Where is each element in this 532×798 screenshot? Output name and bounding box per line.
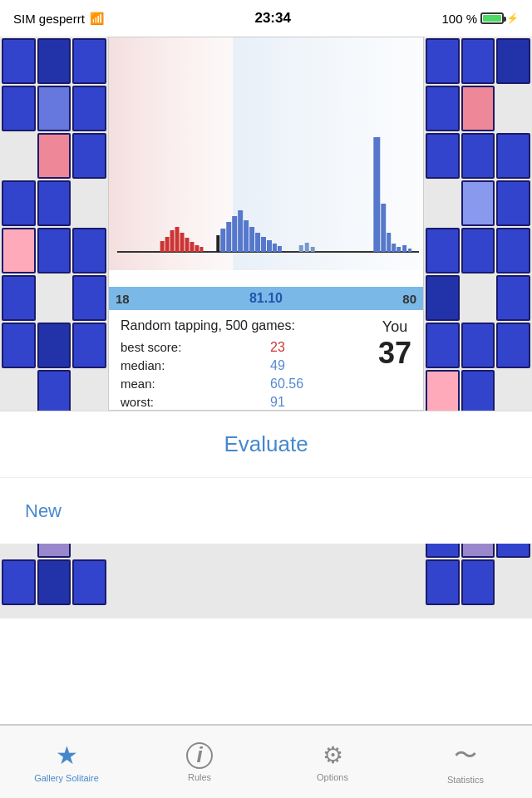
tile[interactable] (72, 38, 106, 84)
tab-gallery[interactable]: ★ Gallery Solitaire (0, 741, 133, 783)
tile[interactable] (37, 323, 71, 368)
charging-icon: ⚡ (506, 12, 519, 24)
tile[interactable] (72, 133, 106, 179)
tile[interactable] (496, 133, 530, 179)
svg-rect-5 (170, 230, 175, 252)
you-label: You (378, 318, 411, 336)
gear-icon: ⚙ (323, 741, 343, 769)
svg-rect-20 (261, 237, 266, 252)
svg-rect-4 (165, 237, 170, 252)
tile[interactable] (72, 180, 106, 226)
tile[interactable] (496, 323, 530, 368)
svg-rect-3 (160, 241, 165, 252)
evaluate-area: Evaluate (0, 411, 532, 477)
tile[interactable] (2, 275, 36, 321)
tab-options[interactable]: ⚙ Options (266, 741, 399, 782)
tile[interactable] (426, 38, 460, 84)
tile[interactable] (426, 228, 460, 273)
svg-rect-23 (278, 246, 282, 252)
stats-title: Random tapping, 500 games: (121, 318, 411, 333)
tile[interactable] (496, 180, 530, 226)
tile[interactable] (72, 228, 106, 273)
svg-rect-11 (200, 247, 203, 252)
tile[interactable] (461, 275, 495, 321)
you-score: 37 (378, 336, 411, 371)
tile[interactable] (426, 180, 460, 226)
tile[interactable] (37, 559, 71, 605)
tile[interactable] (496, 86, 530, 131)
tile[interactable] (426, 86, 460, 131)
tile[interactable] (2, 228, 36, 273)
stats-value-worst: 91 (270, 395, 337, 410)
tab-rules-label: Rules (188, 772, 211, 782)
svg-rect-27 (373, 137, 380, 252)
evaluate-button[interactable]: Evaluate (224, 431, 308, 457)
tile[interactable] (461, 180, 495, 226)
tile[interactable] (2, 370, 36, 416)
tile[interactable] (37, 38, 71, 84)
tile[interactable] (2, 323, 36, 368)
tile[interactable] (72, 323, 106, 368)
tile[interactable] (496, 559, 530, 605)
tile[interactable] (461, 86, 495, 131)
stats-row-worst: worst: 91 (121, 395, 411, 410)
tile[interactable] (72, 86, 106, 131)
tile[interactable] (2, 133, 36, 179)
svg-rect-33 (408, 249, 411, 252)
tile[interactable] (461, 228, 495, 273)
tile[interactable] (426, 559, 460, 605)
star-icon: ★ (56, 741, 78, 770)
tile[interactable] (37, 86, 71, 131)
axis-right: 80 (402, 292, 416, 306)
tile[interactable] (2, 38, 36, 84)
tile[interactable] (72, 275, 106, 321)
tile[interactable] (72, 559, 106, 605)
tile[interactable] (461, 38, 495, 84)
tile[interactable] (37, 180, 71, 226)
tile[interactable] (426, 370, 460, 416)
tile[interactable] (2, 180, 36, 226)
tab-statistics[interactable]: 〜 Statistics (399, 740, 532, 785)
battery-indicator: ⚡ (480, 12, 519, 24)
tile[interactable] (426, 323, 460, 368)
stats-row-median: median: 49 (121, 358, 411, 373)
tile[interactable] (496, 275, 530, 321)
tile[interactable] (461, 559, 495, 605)
tile[interactable] (2, 559, 36, 605)
tile[interactable] (426, 133, 460, 179)
svg-rect-26 (311, 247, 315, 252)
tile[interactable] (426, 275, 460, 321)
svg-rect-21 (267, 240, 272, 252)
tab-rules[interactable]: i Rules (133, 742, 266, 782)
svg-rect-29 (387, 233, 391, 252)
svg-rect-16 (238, 210, 243, 252)
new-button[interactable]: New (25, 500, 62, 522)
tab-statistics-label: Statistics (447, 775, 484, 785)
axis-center: 81.10 (249, 291, 283, 306)
svg-rect-8 (185, 238, 190, 252)
tile[interactable] (37, 133, 71, 179)
svg-rect-31 (397, 247, 401, 252)
tile[interactable] (496, 38, 530, 84)
status-right: 100 % ⚡ (441, 12, 519, 26)
stats-label-median: median: (121, 358, 270, 372)
status-left: SIM gesperrt 📶 (13, 12, 104, 26)
tile[interactable] (37, 370, 71, 416)
tile[interactable] (72, 370, 106, 416)
tile[interactable] (461, 133, 495, 179)
tile[interactable] (2, 86, 36, 131)
tile[interactable] (37, 275, 71, 321)
stats-value-median: 49 (270, 358, 337, 373)
tile[interactable] (496, 370, 530, 416)
tile[interactable] (461, 370, 495, 416)
svg-rect-17 (244, 220, 249, 252)
status-bar: SIM gesperrt 📶 23:34 100 % ⚡ (0, 0, 532, 37)
tile[interactable] (496, 228, 530, 273)
tile[interactable] (461, 323, 495, 368)
tile[interactable] (37, 228, 71, 273)
new-btn-area: New (0, 477, 532, 544)
stats-value-mean: 60.56 (270, 377, 337, 392)
svg-rect-13 (220, 229, 225, 252)
axis-left: 18 (116, 292, 130, 306)
svg-rect-25 (305, 243, 309, 252)
